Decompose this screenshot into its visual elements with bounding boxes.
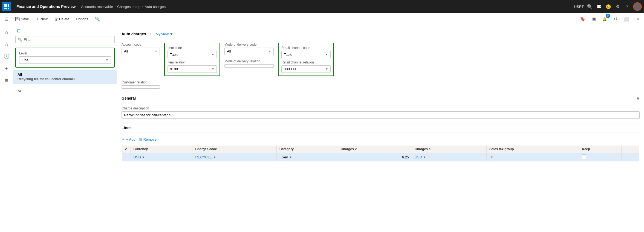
panel-icon[interactable]: ▣ xyxy=(589,15,598,24)
lines-table: ✓ Currency Charges code Category Charges… xyxy=(122,145,640,162)
col-charges-currency: Charges c... xyxy=(412,145,486,153)
account-code-select[interactable]: All ▼ xyxy=(122,48,160,55)
list-icon[interactable]: ≡ xyxy=(2,76,11,85)
username-label: USRT xyxy=(574,5,584,9)
remove-line-button[interactable]: 🗑 Remove xyxy=(139,136,157,143)
help-nav-icon[interactable]: ? xyxy=(624,3,630,10)
retail-channel-code-select[interactable]: Table ▼ xyxy=(281,51,331,58)
customer-relation-select[interactable] xyxy=(122,85,160,89)
filter-input-wrap[interactable]: 🔍 xyxy=(15,36,115,43)
general-section-collapse[interactable]: ∧ xyxy=(636,95,640,101)
customer-relation-label: Customer relation xyxy=(122,80,160,84)
my-view-button[interactable]: My view ▼ xyxy=(156,32,173,36)
charges-code-dropdown[interactable]: RECYCLE ▼ xyxy=(195,155,274,159)
filter-icon[interactable]: ⊟ xyxy=(15,27,22,34)
level-dropdown[interactable]: Line ▼ xyxy=(19,56,111,64)
sales-tax-group-dropdown[interactable]: ▼ xyxy=(489,156,576,159)
chat-nav-icon[interactable]: 💬 xyxy=(596,3,602,10)
category-dropdown[interactable]: Fixed ▼ xyxy=(279,155,335,159)
filter-input[interactable] xyxy=(24,37,112,42)
item-code-value: Table xyxy=(170,53,178,57)
charge-description-field[interactable]: Recycling fee for call-center c... xyxy=(122,111,640,119)
save-label: Save xyxy=(21,17,29,21)
mode-delivery-relation-label: Mode of delivery relation xyxy=(224,59,274,63)
row-keep[interactable] xyxy=(579,153,621,162)
breadcrumb-item-2[interactable]: Charges setup xyxy=(117,5,140,9)
add-line-button[interactable]: ＋ + Add xyxy=(122,136,135,143)
filter-search-icon[interactable]: 🔍 xyxy=(94,16,101,22)
row-currency[interactable]: USD ▼ xyxy=(131,153,192,162)
row-charges-value[interactable]: 6.25 xyxy=(338,153,412,162)
settings-nav-icon[interactable]: ⚙ xyxy=(614,3,621,10)
lines-toolbar: ＋ + Add 🗑 Remove xyxy=(122,136,640,143)
grid-icon[interactable]: ⊞ xyxy=(2,63,11,73)
list-item-all[interactable]: All Recycling fee for call-center channe… xyxy=(13,70,117,84)
expand-icon[interactable]: ⬜ xyxy=(622,15,631,24)
list-items: All Recycling fee for call-center channe… xyxy=(13,70,117,232)
fields-row-1: Account code All ▼ Item code Table ▼ xyxy=(122,43,640,76)
search-nav-icon[interactable]: 🔍 xyxy=(587,3,593,10)
level-label: Level xyxy=(19,51,111,55)
svg-rect-4 xyxy=(6,6,7,7)
general-section-title: General xyxy=(122,96,136,100)
svg-rect-7 xyxy=(6,8,7,9)
account-code-group: Account code All ▼ xyxy=(122,43,160,76)
new-label: New xyxy=(41,17,48,21)
options-label: Options xyxy=(76,17,88,21)
form-separator: | xyxy=(150,32,151,36)
svg-rect-8 xyxy=(8,8,9,9)
row-category[interactable]: Fixed ▼ xyxy=(277,153,338,162)
retail-channel-code-group: Retail channel code Table ▼ xyxy=(281,46,331,58)
list-item-all2[interactable]: All xyxy=(13,86,117,96)
svg-rect-3 xyxy=(4,6,6,7)
mode-delivery-relation-select[interactable] xyxy=(224,64,274,68)
sales-tax-group-arrow[interactable]: ▼ xyxy=(490,156,493,159)
bookmark-icon[interactable]: 🔖 xyxy=(578,15,587,24)
mode-delivery-select[interactable]: All ▼ xyxy=(224,48,274,55)
col-keep: Keep xyxy=(579,145,621,153)
charges-currency-arrow[interactable]: ▼ xyxy=(423,156,426,159)
currency-value: USD xyxy=(134,155,141,159)
currency-dropdown-arrow[interactable]: ▼ xyxy=(142,156,145,159)
item-code-select[interactable]: Table ▼ xyxy=(168,51,217,58)
breadcrumb-item-1[interactable]: Accounts receivable xyxy=(81,5,113,9)
app-grid-button[interactable] xyxy=(2,2,11,11)
notification-bell: 🔔 xyxy=(602,17,607,21)
action-bar: ☰ 💾 Save ＋ New 🗑 Delete Options 🔍 🔖 ▣ 🔔 … xyxy=(0,13,644,25)
smiley-nav-icon[interactable]: 🙂 xyxy=(605,3,612,10)
level-dropdown-value: Line xyxy=(22,58,28,62)
charges-currency-dropdown[interactable]: USD ▼ xyxy=(415,155,484,159)
user-avatar[interactable]: 👤 xyxy=(633,2,642,11)
retail-channel-relation-arrow: ▼ xyxy=(325,68,328,71)
filter-bar: ⊟ 🔍 xyxy=(13,25,117,45)
keep-checkbox[interactable] xyxy=(582,155,586,159)
star-icon[interactable]: ☆ xyxy=(2,39,11,49)
home-icon[interactable]: ⌂ xyxy=(2,27,11,37)
new-button[interactable]: ＋ New xyxy=(33,16,50,23)
general-section-header: General ∧ xyxy=(122,93,640,103)
close-icon[interactable]: ✕ xyxy=(633,15,642,24)
retail-channel-code-arrow: ▼ xyxy=(325,53,328,56)
currency-dropdown[interactable]: USD ▼ xyxy=(134,155,190,159)
hamburger-button[interactable]: ☰ xyxy=(2,16,11,22)
options-button[interactable]: Options xyxy=(73,16,91,22)
save-button[interactable]: 💾 Save xyxy=(12,16,32,22)
svg-rect-1 xyxy=(6,4,7,6)
row-charges-currency[interactable]: USD ▼ xyxy=(412,153,486,162)
refresh-icon[interactable]: ↺ xyxy=(611,15,620,24)
retail-channel-relation-select[interactable]: 000038 ▼ xyxy=(281,65,331,73)
row-sales-tax-group[interactable]: ▼ xyxy=(486,153,579,162)
category-arrow[interactable]: ▼ xyxy=(289,156,292,159)
notification-icon[interactable]: 🔔 0 xyxy=(600,15,609,24)
breadcrumb-item-3[interactable]: Auto charges xyxy=(145,5,166,9)
remove-line-icon: 🗑 xyxy=(139,137,142,141)
row-charges-code[interactable]: RECYCLE ▼ xyxy=(192,153,277,162)
col-sales-tax-group: Sales tax group xyxy=(486,145,579,153)
charges-code-arrow[interactable]: ▼ xyxy=(213,156,216,159)
clock-icon[interactable]: 🕐 xyxy=(2,51,11,61)
top-nav: Finance and Operations Preview Accounts … xyxy=(0,0,644,13)
item-relation-arrow: ▼ xyxy=(212,68,214,71)
delete-button[interactable]: 🗑 Delete xyxy=(51,16,72,22)
item-relation-select[interactable]: 91001 ▼ xyxy=(168,65,217,73)
col-category: Category xyxy=(277,145,338,153)
